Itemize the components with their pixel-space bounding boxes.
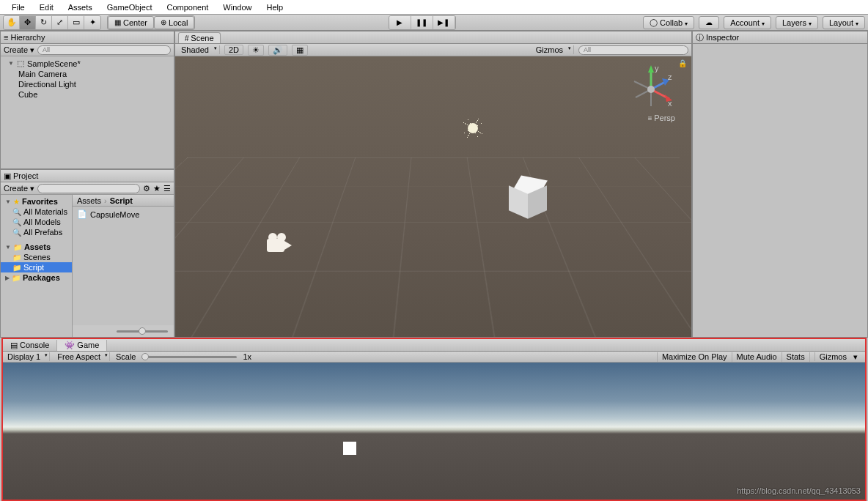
- project-zoom-slider[interactable]: [117, 330, 168, 333]
- scene-panel: # Scene Shaded 2D ☀ 🔊 ▦ Gizmos 🔒: [174, 31, 692, 338]
- pivot-local-button[interactable]: ⊕ Local: [154, 16, 194, 29]
- stats-toggle[interactable]: Stats: [781, 352, 809, 362]
- main-toolbar: ✋ ✥ ↻ ⤢ ▭ ✦ ▦ Center ⊕ Local ▶ ❚❚ ▶❚ ◯ C…: [0, 15, 868, 31]
- layers-dropdown[interactable]: Layers: [776, 16, 818, 29]
- script-icon: 📄: [77, 209, 87, 219]
- shading-dropdown[interactable]: Shaded: [178, 45, 220, 54]
- hierarchy-header[interactable]: ≡ Hierarchy: [1, 31, 174, 44]
- project-panel: ▣ Project Create ▾ ⚙ ★ ☰ ▼★Favorites 🔍Al…: [0, 169, 174, 338]
- console-tab[interactable]: ▤Console: [3, 340, 57, 351]
- gizmos-dropdown[interactable]: Gizmos: [533, 45, 574, 54]
- maximize-toggle[interactable]: Maximize On Play: [657, 352, 732, 362]
- display-dropdown[interactable]: Display 1: [6, 352, 50, 361]
- folder-icon: 📁: [13, 243, 22, 251]
- move-tool[interactable]: ✥: [20, 16, 36, 29]
- breadcrumb-assets[interactable]: Assets: [77, 196, 101, 205]
- hierarchy-tree[interactable]: ▼⬚SampleScene* Main Camera Directional L…: [1, 56, 174, 168]
- aspect-dropdown[interactable]: Free Aspect: [56, 352, 110, 361]
- folder-icon: 📁: [12, 274, 21, 282]
- hierarchy-item-cube[interactable]: Cube: [1, 89, 174, 100]
- game-gizmos-dropdown[interactable]: Gizmos ▾: [809, 352, 862, 362]
- layout-dropdown[interactable]: Layout: [823, 16, 865, 29]
- transform-tools: ✋ ✥ ↻ ⤢ ▭ ✦: [3, 15, 101, 30]
- menu-assets[interactable]: Assets: [61, 1, 100, 13]
- menu-file[interactable]: File: [4, 1, 32, 13]
- directional-light-gizmo[interactable]: [463, 119, 482, 138]
- game-cube-render: [343, 442, 356, 455]
- pivot-group: ▦ Center ⊕ Local: [107, 15, 195, 30]
- game-icon: 👾: [65, 341, 75, 350]
- transform-tool[interactable]: ✦: [84, 16, 100, 29]
- hierarchy-item-light[interactable]: Directional Light: [1, 79, 174, 89]
- watermark-text: https://blog.csdn.net/qq_43413053: [737, 486, 861, 495]
- inspector-header[interactable]: ⓘ Inspector: [693, 31, 867, 44]
- star-icon: ★: [13, 198, 20, 206]
- account-dropdown[interactable]: Account: [724, 16, 771, 29]
- menu-gameobject[interactable]: GameObject: [100, 1, 160, 13]
- fav-prefabs[interactable]: 🔍All Prefabs: [1, 227, 72, 237]
- search-icon: 🔍: [12, 229, 21, 237]
- cube-object[interactable]: [509, 181, 545, 218]
- play-button[interactable]: ▶: [389, 16, 411, 29]
- project-create-dropdown[interactable]: Create ▾: [4, 184, 34, 193]
- project-tree[interactable]: ▼★Favorites 🔍All Materials 🔍All Models 🔍…: [1, 195, 73, 337]
- collab-dropdown[interactable]: ◯ Collab: [643, 16, 694, 29]
- project-icon: ▣: [4, 171, 11, 181]
- fav-models[interactable]: 🔍All Models: [1, 217, 72, 227]
- hierarchy-create-dropdown[interactable]: Create ▾: [4, 45, 34, 55]
- persp-label[interactable]: ≡ Persp: [648, 114, 675, 122]
- console-icon: ▤: [10, 341, 18, 350]
- hand-tool[interactable]: ✋: [4, 16, 20, 29]
- favorites-folder[interactable]: ▼★Favorites: [1, 196, 72, 207]
- rotate-tool[interactable]: ↻: [36, 16, 52, 29]
- svg-text:y: y: [655, 64, 659, 73]
- fx-toggle[interactable]: ▦: [292, 45, 308, 56]
- project-header[interactable]: ▣ Project: [1, 170, 174, 182]
- svg-text:x: x: [668, 99, 672, 108]
- mute-toggle[interactable]: Mute Audio: [732, 352, 781, 362]
- game-viewport[interactable]: [3, 363, 865, 500]
- scene-search-input[interactable]: [578, 45, 688, 55]
- script-folder[interactable]: 📁Script: [1, 262, 72, 272]
- scale-tool[interactable]: ⤢: [52, 16, 68, 29]
- file-capsulemove[interactable]: 📄CapsuleMove: [74, 208, 172, 220]
- 2d-toggle[interactable]: 2D: [224, 45, 243, 55]
- scene-root[interactable]: ▼⬚SampleScene*: [1, 58, 174, 69]
- project-filter-icon[interactable]: ⚙: [143, 184, 150, 193]
- rect-tool[interactable]: ▭: [68, 16, 84, 29]
- pause-button[interactable]: ❚❚: [411, 16, 433, 29]
- step-button[interactable]: ▶❚: [433, 16, 455, 29]
- menu-component[interactable]: Component: [159, 1, 216, 13]
- scene-tab[interactable]: # Scene: [178, 32, 221, 43]
- svg-text:z: z: [668, 73, 672, 81]
- menu-window[interactable]: Window: [216, 1, 259, 13]
- play-controls: ▶ ❚❚ ▶❚: [389, 15, 456, 30]
- game-panel: ▤Console 👾Game Display 1 Free Aspect Sca…: [1, 338, 867, 501]
- hierarchy-icon: ≡: [4, 33, 8, 42]
- packages-folder[interactable]: ▶📁Packages: [1, 272, 72, 283]
- lock-icon[interactable]: 🔒: [678, 59, 687, 67]
- hierarchy-search-input[interactable]: [37, 45, 171, 55]
- camera-gizmo[interactable]: [267, 236, 293, 255]
- project-file-list[interactable]: 📄CapsuleMove: [73, 207, 174, 325]
- assets-folder[interactable]: ▼📁Assets: [1, 242, 72, 252]
- scene-viewport[interactable]: 🔒 y x z ≡ Persp: [175, 56, 691, 337]
- menu-help[interactable]: Help: [259, 1, 290, 13]
- cloud-button[interactable]: ☁: [699, 16, 719, 29]
- project-hidden-icon[interactable]: ☰: [163, 184, 171, 193]
- unity-icon: ⬚: [17, 59, 24, 68]
- project-search-input[interactable]: [37, 184, 140, 193]
- light-toggle[interactable]: ☀: [248, 45, 264, 56]
- audio-toggle[interactable]: 🔊: [268, 45, 287, 56]
- hierarchy-item-camera[interactable]: Main Camera: [1, 69, 174, 79]
- game-tab[interactable]: 👾Game: [57, 340, 107, 351]
- scenes-folder[interactable]: 📁Scenes: [1, 252, 72, 262]
- project-favorite-icon[interactable]: ★: [153, 184, 161, 193]
- menu-edit[interactable]: Edit: [32, 1, 61, 13]
- hierarchy-title: Hierarchy: [10, 33, 45, 42]
- breadcrumb-script[interactable]: Script: [110, 196, 133, 205]
- orientation-gizmo[interactable]: y x z: [625, 64, 677, 115]
- pivot-center-button[interactable]: ▦ Center: [108, 16, 154, 29]
- fav-materials[interactable]: 🔍All Materials: [1, 207, 72, 217]
- scale-slider[interactable]: [141, 356, 237, 358]
